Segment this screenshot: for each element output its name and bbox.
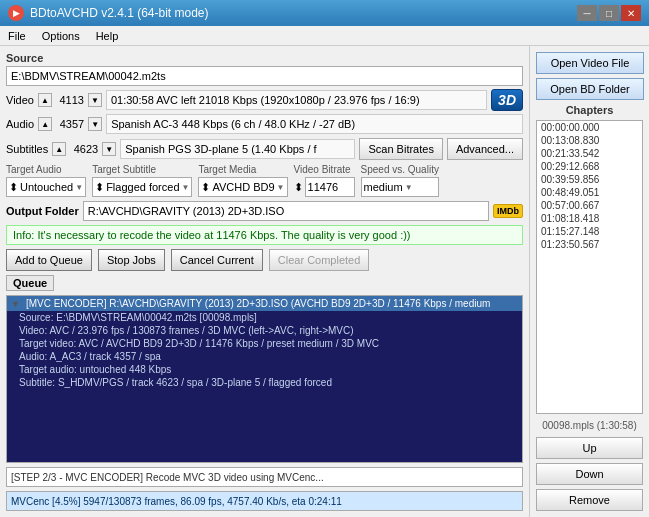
remove-button[interactable]: Remove (536, 489, 643, 511)
target-media-label: Target Media (198, 164, 287, 175)
video-spinner-down[interactable]: ▼ (88, 93, 102, 107)
chapter-item-8[interactable]: 01:15:27.148 (537, 225, 642, 238)
video-spinner-value: 4113 (56, 94, 84, 106)
subtitle-spinner-up[interactable]: ▲ (52, 142, 66, 156)
chapter-item-5[interactable]: 00:48:49.051 (537, 186, 642, 199)
speed-quality-value: medium (364, 181, 403, 193)
target-audio-value: Untouched (20, 181, 73, 193)
target-audio-arrow: ▼ (75, 183, 83, 192)
queue-detail-5: Subtitle: S_HDMV/PGS / track 4623 / spa … (7, 376, 522, 389)
maximize-button[interactable]: □ (599, 5, 619, 21)
chapter-item-4[interactable]: 00:39:59.856 (537, 173, 642, 186)
chapter-item-6[interactable]: 00:57:00.667 (537, 199, 642, 212)
menu-file[interactable]: File (4, 29, 30, 43)
chapter-item-0[interactable]: 00:00:00.000 (537, 121, 642, 134)
actions-row: Add to Queue Stop Jobs Cancel Current Cl… (6, 249, 523, 271)
audio-spinner-value: 4357 (56, 118, 84, 130)
close-button[interactable]: ✕ (621, 5, 641, 21)
target-media-spinner-icon: ⬍ (201, 181, 210, 194)
queue-detail-0: Source: E:\BDMV\STREAM\00042.m2ts [00098… (7, 311, 522, 324)
source-input[interactable] (6, 66, 523, 86)
audio-label: Audio (6, 118, 34, 130)
subtitle-info: Spanish PGS 3D-plane 5 (1.40 Kbps / f (120, 139, 355, 159)
chapter-item-1[interactable]: 00:13:08.830 (537, 134, 642, 147)
video-row: Video ▲ 4113 ▼ 01:30:58 AVC left 21018 K… (6, 90, 523, 110)
cancel-current-button[interactable]: Cancel Current (171, 249, 263, 271)
title-bar: ▶ BDtoAVCHD v2.4.1 (64-bit mode) ─ □ ✕ (0, 0, 649, 26)
clear-completed-button[interactable]: Clear Completed (269, 249, 370, 271)
audio-row: Audio ▲ 4357 ▼ Spanish AC-3 448 Kbps (6 … (6, 114, 523, 134)
down-button[interactable]: Down (536, 463, 643, 485)
target-subtitle-label: Target Subtitle (92, 164, 192, 175)
audio-spinner-up[interactable]: ▲ (38, 117, 52, 131)
menu-bar: File Options Help (0, 26, 649, 46)
video-info: 01:30:58 AVC left 21018 Kbps (1920x1080p… (106, 90, 487, 110)
source-label: Source (6, 52, 523, 64)
menu-help[interactable]: Help (92, 29, 123, 43)
queue-detail-2: Target video: AVC / AVCHD BD9 2D+3D / 11… (7, 337, 522, 350)
subtitles-label: Subtitles (6, 143, 48, 155)
target-subtitle-arrow: ▼ (182, 183, 190, 192)
add-to-queue-button[interactable]: Add to Queue (6, 249, 92, 271)
chapter-item-2[interactable]: 00:21:33.542 (537, 147, 642, 160)
up-button[interactable]: Up (536, 437, 643, 459)
minimize-button[interactable]: ─ (577, 5, 597, 21)
target-media-select[interactable]: ⬍ AVCHD BD9 ▼ (198, 177, 287, 197)
audio-info: Spanish AC-3 448 Kbps (6 ch / 48.0 KHz /… (106, 114, 523, 134)
speed-quality-arrow: ▼ (405, 183, 413, 192)
chapter-item-3[interactable]: 00:29:12.668 (537, 160, 642, 173)
queue-tab[interactable]: Queue (6, 275, 54, 291)
stop-jobs-button[interactable]: Stop Jobs (98, 249, 165, 271)
speed-quality-label: Speed vs. Quality (361, 164, 439, 175)
audio-spinner-down[interactable]: ▼ (88, 117, 102, 131)
output-input[interactable] (83, 201, 489, 221)
expand-icon: ▼ (11, 299, 20, 309)
menu-options[interactable]: Options (38, 29, 84, 43)
target-media-arrow: ▼ (277, 183, 285, 192)
queue-item-main-text: [MVC ENCODER] R:\AVCHD\GRAVITY (2013) 2D… (26, 298, 490, 309)
advanced-button[interactable]: Advanced... (447, 138, 523, 160)
target-subtitle-group: Target Subtitle ⬍ Flagged forced ▼ (92, 164, 192, 197)
target-audio-group: Target Audio ⬍ Untouched ▼ (6, 164, 86, 197)
queue-item-main[interactable]: ▼ [MVC ENCODER] R:\AVCHD\GRAVITY (2013) … (7, 296, 522, 311)
imdb-badge[interactable]: IMDb (493, 204, 523, 218)
video-bitrate-group: Video Bitrate ⬍ (294, 164, 355, 197)
speed-quality-select[interactable]: medium ▼ (361, 177, 439, 197)
open-bd-folder-button[interactable]: Open BD Folder (536, 78, 644, 100)
bitrate-input[interactable] (305, 177, 355, 197)
queue-box: ▼ [MVC ENCODER] R:\AVCHD\GRAVITY (2013) … (6, 295, 523, 463)
chapter-item-7[interactable]: 01:08:18.418 (537, 212, 642, 225)
speed-quality-group: Speed vs. Quality medium ▼ (361, 164, 439, 197)
badge-3d: 3D (491, 89, 523, 111)
chapter-filename: 00098.mpls (1:30:58) (536, 418, 643, 433)
video-spinner-up[interactable]: ▲ (38, 93, 52, 107)
subtitle-spinner-value: 4623 (70, 143, 98, 155)
queue-detail-4: Target audio: untouched 448 Kbps (7, 363, 522, 376)
info-message: Info: It's necessary to recode the video… (6, 225, 523, 245)
video-bitrate-label: Video Bitrate (294, 164, 355, 175)
video-label: Video (6, 94, 34, 106)
output-label: Output Folder (6, 205, 79, 217)
target-subtitle-value: Flagged forced (106, 181, 179, 193)
scan-bitrates-button[interactable]: Scan Bitrates (359, 138, 442, 160)
target-subtitle-spinner-icon: ⬍ (95, 181, 104, 194)
target-media-value: AVCHD BD9 (212, 181, 274, 193)
status-step: [STEP 2/3 - MVC ENCODER] Recode MVC 3D v… (6, 467, 523, 487)
queue-detail-1: Video: AVC / 23.976 fps / 130873 frames … (7, 324, 522, 337)
chapters-list: 00:00:00.000 00:13:08.830 00:21:33.542 0… (536, 120, 643, 414)
chapter-item-9[interactable]: 01:23:50.567 (537, 238, 642, 251)
target-audio-label: Target Audio (6, 164, 86, 175)
open-video-file-button[interactable]: Open Video File (536, 52, 644, 74)
status-progress: MVCenc [4.5%] 5947/130873 frames, 86.09 … (6, 491, 523, 511)
subtitles-row: Subtitles ▲ 4623 ▼ Spanish PGS 3D-plane … (6, 138, 523, 160)
target-audio-select[interactable]: ⬍ Untouched ▼ (6, 177, 86, 197)
output-row: Output Folder IMDb (6, 201, 523, 221)
subtitle-spinner-down[interactable]: ▼ (102, 142, 116, 156)
source-section: Source (6, 52, 523, 86)
queue-label-tab: Queue (6, 275, 523, 291)
target-subtitle-select[interactable]: ⬍ Flagged forced ▼ (92, 177, 192, 197)
target-audio-spinner-icon: ⬍ (9, 181, 18, 194)
bitrate-spinner-icon: ⬍ (294, 181, 303, 194)
chapters-label: Chapters (536, 104, 643, 116)
targets-row: Target Audio ⬍ Untouched ▼ Target Subtit… (6, 164, 523, 197)
